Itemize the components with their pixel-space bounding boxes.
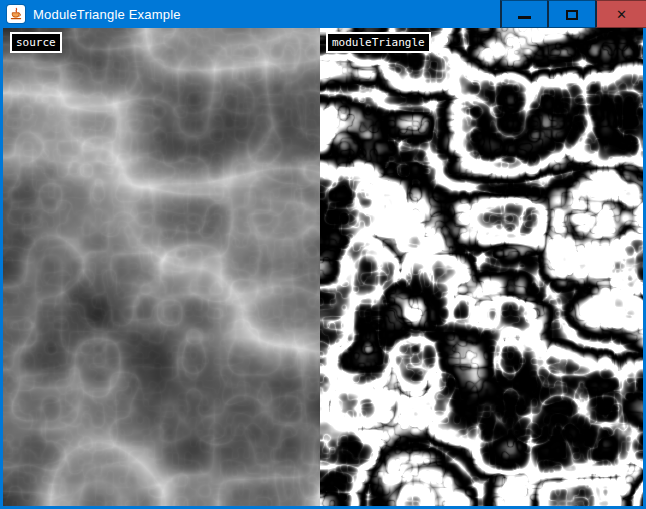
close-button[interactable]: ✕ xyxy=(595,0,646,28)
minimize-icon xyxy=(518,16,531,19)
window: ModuleTriangle Example ✕ source moduleTr… xyxy=(0,0,646,509)
moduletriangle-noise-image xyxy=(320,28,643,506)
moduletriangle-label: moduleTriangle xyxy=(326,32,431,53)
titlebar[interactable]: ModuleTriangle Example ✕ xyxy=(0,0,646,28)
panel-source: source xyxy=(3,28,320,506)
close-icon: ✕ xyxy=(616,8,627,21)
panel-moduletriangle: moduleTriangle xyxy=(320,28,643,506)
java-coffee-icon xyxy=(7,5,25,23)
content-area: source moduleTriangle xyxy=(3,28,643,506)
minimize-button[interactable] xyxy=(500,0,547,28)
source-label: source xyxy=(10,32,62,53)
window-controls: ✕ xyxy=(500,0,646,28)
window-title: ModuleTriangle Example xyxy=(33,7,181,22)
maximize-button[interactable] xyxy=(547,0,595,28)
maximize-icon xyxy=(566,10,578,20)
source-noise-image xyxy=(3,28,320,506)
